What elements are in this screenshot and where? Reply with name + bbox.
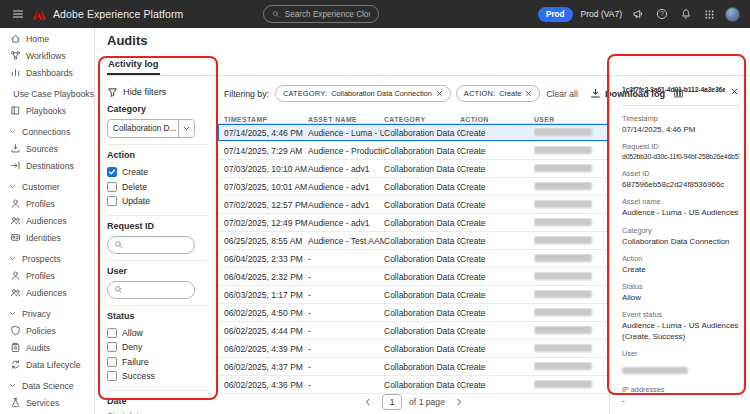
sidebar-item-sources[interactable]: Sources <box>0 140 94 157</box>
cell-user <box>534 164 609 174</box>
table-row[interactable]: 06/02/2025, 4:36 PM - Collaboration Data… <box>218 376 609 394</box>
sidebar-item-audits[interactable]: Audits <box>0 339 94 356</box>
table-row[interactable]: 06/25/2025, 8:55 AM Audience - Test AAM … <box>218 232 609 250</box>
table-row[interactable]: 06/04/2025, 2:32 PM - Collaboration Data… <box>218 268 609 286</box>
table-row[interactable]: 06/02/2025, 4:50 PM - Collaboration Data… <box>218 304 609 322</box>
cell-asset-name: - <box>308 344 384 354</box>
checkbox-box-icon[interactable] <box>107 167 117 177</box>
table-toolbar: Filtering by: CATEGORY:Collaboration Dat… <box>218 85 609 102</box>
sidebar-item-profiles[interactable]: Profiles <box>0 195 94 212</box>
filter-chip-category-[interactable]: CATEGORY:Collaboration Data Connection <box>275 85 451 102</box>
checkbox-box-icon[interactable] <box>107 196 117 206</box>
checkbox-box-icon[interactable] <box>107 357 117 367</box>
table-row[interactable]: 06/02/2025, 4:37 PM - Collaboration Data… <box>218 358 609 376</box>
checkbox-update[interactable]: Update <box>107 194 208 209</box>
sidebar-section-prospects[interactable]: Prospects <box>0 250 94 267</box>
cell-user <box>534 380 609 390</box>
checkbox-success[interactable]: Success <box>107 369 208 384</box>
table-row[interactable]: 07/03/2025, 10:01 AM Audience - adv1 Col… <box>218 178 609 196</box>
table-row[interactable]: 07/02/2025, 12:49 PM Audience - adv1 Col… <box>218 214 609 232</box>
sidebar-item-data-lifecycle[interactable]: Data Lifecycle <box>0 356 94 373</box>
table-row[interactable]: 06/02/2025, 4:39 PM - Collaboration Data… <box>218 340 609 358</box>
table-row[interactable]: 07/03/2025, 10:10 AM Audience - adv1 Col… <box>218 160 609 178</box>
redacted-user <box>534 218 592 226</box>
sidebar-section-privacy[interactable]: Privacy <box>0 305 94 322</box>
notifications-button[interactable] <box>678 6 694 22</box>
cell-action: Create <box>460 182 534 192</box>
request-id-input[interactable] <box>127 240 188 249</box>
next-page-button[interactable] <box>452 395 466 409</box>
request-id-search[interactable] <box>107 236 195 254</box>
clear-all-button[interactable]: Clear all <box>546 89 578 99</box>
sidebar: HomeWorkflowsDashboardsUse Case Playbook… <box>0 28 95 414</box>
table-row[interactable]: 06/02/2025, 4:44 PM - Collaboration Data… <box>218 322 609 340</box>
sidebar-item-audiences[interactable]: Audiences <box>0 284 94 301</box>
sidebar-item-policies[interactable]: Policies <box>0 322 94 339</box>
checkbox-box-icon[interactable] <box>107 371 117 381</box>
user-input[interactable] <box>127 285 188 294</box>
cell-asset-name: Audience - adv1 <box>308 182 384 192</box>
announcements-button[interactable] <box>630 6 646 22</box>
help-button[interactable]: ? <box>654 6 670 22</box>
checkbox-box-icon[interactable] <box>107 342 117 352</box>
column-header-action[interactable]: ACTION <box>460 116 534 123</box>
checkbox-allow[interactable]: Allow <box>107 326 208 341</box>
app-switcher-button[interactable] <box>702 7 717 22</box>
table-row[interactable]: 07/14/2025, 4:46 PM Audience - Luma - US… <box>218 124 609 142</box>
divider <box>107 305 208 306</box>
dropdown-open-button[interactable] <box>178 120 194 137</box>
sidebar-item-destinations[interactable]: Destinations <box>0 157 94 174</box>
env-prod-button[interactable]: Prod <box>538 7 573 22</box>
start-date-field[interactable]: Start date <box>107 411 208 414</box>
checkbox-box-icon[interactable] <box>107 328 117 338</box>
sidebar-item-home[interactable]: Home <box>0 30 94 47</box>
main-area: Audits Activity log Hide filters Categor… <box>95 28 750 414</box>
destinations-icon <box>10 160 21 171</box>
redacted-user <box>534 290 592 298</box>
table-row[interactable]: 07/14/2025, 7:29 AM Audience - Productio… <box>218 142 609 160</box>
checkbox-deny[interactable]: Deny <box>107 340 208 355</box>
cell-action: Create <box>460 362 534 372</box>
filter-chip-action-[interactable]: ACTION:Create <box>456 85 541 102</box>
table-row[interactable]: 06/03/2025, 1:17 PM - Collaboration Data… <box>218 286 609 304</box>
checkbox-delete[interactable]: Delete <box>107 180 208 195</box>
checkbox-create[interactable]: Create <box>107 165 208 180</box>
page-number-input[interactable] <box>382 394 402 410</box>
sidebar-item-profiles[interactable]: Profiles <box>0 267 94 284</box>
category-dropdown[interactable]: Collaboration D... <box>107 119 195 138</box>
table-row[interactable]: 06/04/2025, 2:33 PM - Collaboration Data… <box>218 250 609 268</box>
hamburger-menu-button[interactable] <box>10 6 26 22</box>
sidebar-section-connections[interactable]: Connections <box>0 123 94 140</box>
sidebar-item-identities[interactable]: Identities <box>0 229 94 246</box>
sidebar-section-customer[interactable]: Customer <box>0 178 94 195</box>
column-header-timestamp[interactable]: TIMESTAMP <box>224 116 308 123</box>
tab-activity-log[interactable]: Activity log <box>107 56 160 75</box>
env-label[interactable]: Prod (VA7) <box>581 9 622 19</box>
sidebar-section-data-science[interactable]: Data Science <box>0 377 94 394</box>
sidebar-item-playbooks[interactable]: Playbooks <box>0 102 94 119</box>
divider <box>622 105 740 106</box>
checkbox-failure[interactable]: Failure <box>107 355 208 370</box>
avatar[interactable] <box>725 7 740 22</box>
hide-filters-button[interactable]: Hide filters <box>107 85 208 99</box>
remove-chip-icon[interactable] <box>436 90 443 97</box>
close-panel-button[interactable] <box>729 86 740 97</box>
user-search[interactable] <box>107 281 195 299</box>
column-header-category[interactable]: CATEGORY <box>384 116 460 123</box>
cell-action: Create <box>460 254 534 264</box>
remove-chip-icon[interactable] <box>525 90 532 97</box>
column-header-user[interactable]: USER <box>534 116 609 123</box>
sidebar-item-services[interactable]: Services <box>0 394 94 411</box>
global-search[interactable]: Search Experience Cloud (⌘/) <box>263 5 379 23</box>
cell-user <box>534 200 609 210</box>
sidebar-item-workflows[interactable]: Workflows <box>0 47 94 64</box>
sidebar-item-audiences[interactable]: Audiences <box>0 212 94 229</box>
sidebar-item-dashboards[interactable]: Dashboards <box>0 64 94 81</box>
checkbox-box-icon[interactable] <box>107 182 117 192</box>
prev-page-button[interactable] <box>361 395 375 409</box>
download-icon <box>590 88 601 99</box>
table-row[interactable]: 07/02/2025, 12:57 PM Audience - adv1 Col… <box>218 196 609 214</box>
cell-action: Create <box>460 128 534 138</box>
column-header-asset-name[interactable]: ASSET NAME <box>308 116 384 123</box>
sidebar-section-use-case-playbooks[interactable]: Use Case Playbooks <box>0 85 94 102</box>
